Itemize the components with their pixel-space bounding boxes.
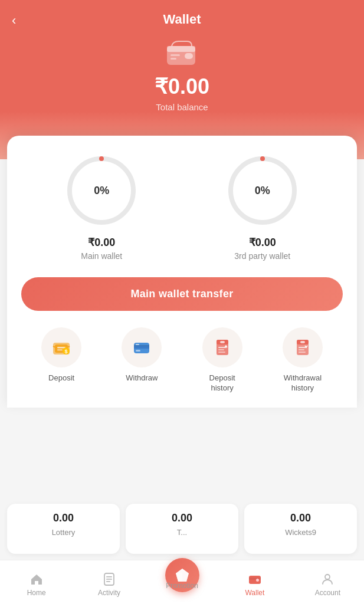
svg-rect-43 — [249, 577, 261, 580]
bottom-nav: Home Activity Promotion — [0, 560, 364, 604]
main-wallet-item: 0% ₹0.00 Main wallet — [63, 152, 140, 261]
svg-rect-24 — [220, 341, 225, 343]
svg-rect-30 — [300, 341, 305, 343]
activity-icon — [102, 572, 116, 586]
sub-wallets-section: 0.00 Lottery 0.00 T... 0.00 Wickets9 — [0, 494, 364, 560]
back-button[interactable]: ‹ — [12, 13, 16, 28]
main-wallet-name: Main wallet — [81, 251, 122, 261]
svg-rect-44 — [256, 579, 259, 582]
action-icons-row: $ Deposit Withdraw — [21, 327, 343, 393]
svg-marker-41 — [182, 572, 189, 582]
deposit-label: Deposit — [48, 373, 74, 383]
svg-rect-1 — [167, 46, 195, 52]
total-balance-amount: ₹0.00 — [12, 74, 352, 99]
deposit-history-icon — [212, 337, 233, 358]
wickets9-wallet-card[interactable]: 0.00 Wickets9 — [244, 504, 357, 554]
withdrawal-history-icon — [292, 337, 313, 358]
withdraw-label: Withdraw — [126, 373, 158, 383]
deposit-action[interactable]: $ Deposit — [41, 327, 81, 383]
nav-item-activity[interactable]: Activity — [73, 567, 145, 597]
main-card: 0% ₹0.00 Main wallet 0% ₹0.00 3rd party … — [7, 136, 357, 408]
total-balance-label: Total balance — [12, 102, 352, 112]
withdrawal-history-action[interactable]: Withdrawal history — [283, 327, 323, 393]
page-title: Wallet — [12, 12, 352, 27]
lottery-wallet-card[interactable]: 0.00 Lottery — [7, 504, 120, 554]
t-wallet-card[interactable]: 0.00 T... — [126, 504, 238, 554]
t-amount: 0.00 — [172, 512, 192, 524]
withdrawal-history-label: Withdrawal history — [284, 373, 322, 393]
svg-rect-18 — [136, 350, 140, 352]
third-party-wallet-amount: ₹0.00 — [249, 236, 276, 249]
nav-label-account: Account — [315, 589, 340, 597]
svg-rect-20 — [134, 345, 149, 346]
wallet-icon — [165, 38, 200, 67]
nav-item-account[interactable]: Account — [291, 567, 364, 597]
deposit-icon: $ — [51, 337, 72, 358]
svg-rect-27 — [218, 352, 225, 353]
withdrawal-history-icon-circle — [283, 327, 323, 367]
deposit-icon-circle: $ — [41, 327, 81, 367]
svg-rect-2 — [185, 53, 193, 59]
svg-rect-32 — [299, 349, 304, 350]
nav-item-promotion[interactable]: Promotion — [146, 573, 218, 592]
third-party-wallet-name: 3rd party wallet — [234, 251, 290, 261]
svg-rect-17 — [134, 346, 149, 349]
main-wallet-amount: ₹0.00 — [88, 236, 115, 249]
third-party-wallet-circle: 0% — [224, 152, 301, 229]
svg-rect-36 — [106, 579, 112, 580]
wickets9-amount: 0.00 — [290, 512, 311, 524]
svg-rect-4 — [170, 58, 176, 60]
t-label: T... — [177, 528, 187, 537]
svg-marker-40 — [176, 572, 182, 582]
account-icon — [320, 572, 335, 586]
svg-rect-35 — [106, 576, 112, 577]
nav-label-promotion: Promotion — [166, 582, 198, 590]
withdraw-action[interactable]: Withdraw — [122, 327, 162, 383]
deposit-history-icon-circle — [202, 327, 242, 367]
main-wallet-transfer-button[interactable]: Main wallet transfer — [21, 277, 343, 311]
nav-label-activity: Activity — [98, 589, 120, 597]
lottery-label: Lottery — [52, 528, 76, 537]
svg-rect-33 — [299, 352, 306, 353]
wickets9-label: Wickets9 — [285, 528, 316, 537]
svg-rect-37 — [106, 581, 110, 582]
wallet-nav-icon — [248, 572, 262, 586]
main-wallet-circle: 0% — [63, 152, 140, 229]
main-wallet-percent: 0% — [94, 185, 109, 197]
withdraw-icon — [131, 337, 152, 358]
third-party-wallet-item: 0% ₹0.00 3rd party wallet — [224, 152, 301, 261]
home-icon — [29, 572, 44, 586]
deposit-history-label: Deposit history — [209, 373, 235, 393]
svg-text:$: $ — [65, 349, 68, 354]
deposit-history-action[interactable]: Deposit history — [202, 327, 242, 393]
nav-item-home[interactable]: Home — [0, 567, 73, 597]
nav-item-wallet[interactable]: Wallet — [218, 567, 291, 597]
third-party-wallet-percent: 0% — [255, 185, 270, 197]
svg-rect-26 — [218, 349, 224, 350]
wallet-circles: 0% ₹0.00 Main wallet 0% ₹0.00 3rd party … — [21, 152, 343, 261]
svg-rect-19 — [136, 344, 139, 345]
svg-rect-13 — [57, 349, 63, 351]
lottery-amount: 0.00 — [53, 512, 74, 524]
svg-point-45 — [325, 575, 330, 579]
nav-label-wallet: Wallet — [245, 589, 264, 597]
nav-label-home: Home — [27, 589, 46, 597]
svg-rect-3 — [170, 54, 180, 56]
withdraw-icon-circle — [122, 327, 162, 367]
